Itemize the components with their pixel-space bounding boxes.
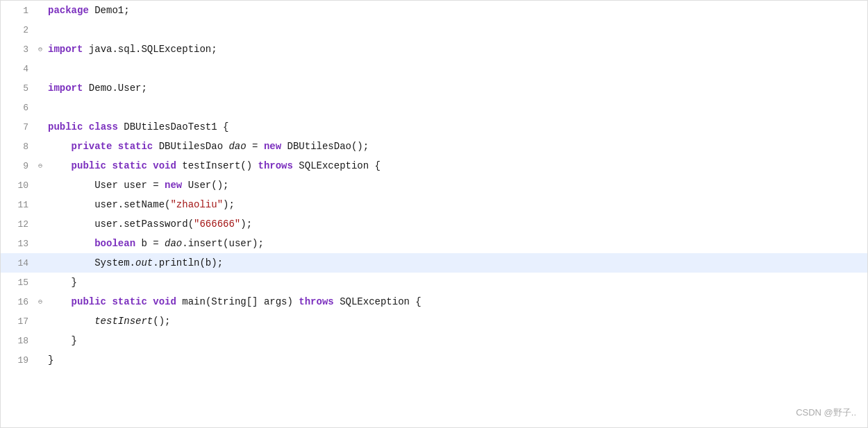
fold-icon[interactable]: ⊖ xyxy=(35,45,45,53)
code-line: 16⊖ public static void main(String[] arg… xyxy=(1,292,867,311)
line-content: } xyxy=(45,350,53,370)
watermark: CSDN @野子.. xyxy=(796,406,856,419)
line-number: 3 xyxy=(4,44,35,55)
token-normal: ); xyxy=(223,199,235,210)
token-normal xyxy=(147,296,153,307)
line-content: public static void main(String[] args) t… xyxy=(45,292,422,311)
token-normal: .println(b); xyxy=(153,257,223,268)
token-normal: = xyxy=(247,141,264,152)
token-kw-purple: new xyxy=(165,180,182,191)
token-normal: Demo.User; xyxy=(83,83,147,94)
code-editor: 1 package Demo1;2 3⊖import java.sql.SQLE… xyxy=(0,0,868,428)
token-normal: user.setPassword( xyxy=(48,219,194,230)
token-normal: DBUtilesDaoTest1 { xyxy=(118,121,229,132)
token-normal: User user = xyxy=(48,180,165,191)
line-number-wrap: 4 xyxy=(1,64,45,74)
token-kw-purple: new xyxy=(264,141,281,152)
line-number-wrap: 10 xyxy=(1,180,45,191)
code-line: 4 xyxy=(1,59,867,78)
token-normal: .insert(user); xyxy=(182,238,264,249)
token-normal: b = xyxy=(135,238,165,249)
line-number-wrap: 17 xyxy=(1,316,45,327)
token-normal xyxy=(48,316,94,327)
token-normal: } xyxy=(48,354,53,366)
line-number-wrap: 12 xyxy=(1,219,45,230)
line-number-wrap: 6 xyxy=(1,103,45,113)
token-normal: ); xyxy=(240,219,252,230)
token-normal xyxy=(48,141,72,152)
line-number-wrap: 18 xyxy=(1,336,45,346)
line-number: 13 xyxy=(4,239,35,249)
line-number: 15 xyxy=(4,277,35,288)
line-number: 10 xyxy=(4,180,35,191)
line-content: import Demo.User; xyxy=(45,78,147,98)
token-kw-purple: public xyxy=(48,121,83,132)
token-normal xyxy=(147,160,153,171)
token-normal: } xyxy=(48,335,77,346)
token-normal: SQLException { xyxy=(334,296,422,307)
token-string-val: "zhaoliu" xyxy=(170,199,223,210)
token-italic-var: testInsert xyxy=(94,316,153,327)
token-normal xyxy=(48,238,94,249)
token-normal: testInsert() xyxy=(176,160,258,171)
line-number-wrap: 7 xyxy=(1,122,45,132)
token-kw-purple: package xyxy=(48,5,89,16)
token-normal: DBUtilesDao xyxy=(153,141,228,152)
line-content: boolean b = dao.insert(user); xyxy=(45,234,264,253)
line-number-wrap: 14 xyxy=(1,258,45,268)
line-number: 19 xyxy=(4,355,35,366)
token-kw-purple: public xyxy=(72,160,106,171)
line-content: package Demo1; xyxy=(45,1,130,20)
code-line: 14 System.out.println(b); xyxy=(1,253,867,273)
line-content: System.out.println(b); xyxy=(45,253,223,273)
code-line: 11 user.setName("zhaoliu"); xyxy=(1,195,867,214)
token-normal: User(); xyxy=(182,180,228,191)
token-normal: user.setName( xyxy=(48,199,170,210)
line-number: 18 xyxy=(4,336,35,346)
code-line: 2 xyxy=(1,20,867,40)
token-kw-purple: import xyxy=(48,83,83,94)
code-line: 12 user.setPassword("666666"); xyxy=(1,214,867,234)
line-content: import java.sql.SQLException; xyxy=(45,40,217,59)
token-kw-purple: static xyxy=(112,160,147,171)
token-normal: java.sql.SQLException; xyxy=(83,44,217,55)
line-number: 5 xyxy=(4,83,35,94)
line-number: 1 xyxy=(4,6,35,16)
code-line: 18 } xyxy=(1,331,867,350)
line-number-wrap: 8 xyxy=(1,142,45,152)
token-kw-purple: private xyxy=(72,141,112,152)
line-content: User user = new User(); xyxy=(45,176,228,195)
line-number-wrap: 19 xyxy=(1,355,45,366)
fold-icon[interactable]: ⊖ xyxy=(35,162,45,170)
token-kw-purple: public xyxy=(72,296,106,307)
token-kw-purple: static xyxy=(118,141,153,152)
token-string-val: "666666" xyxy=(194,219,240,230)
line-number-wrap: 2 xyxy=(1,25,45,35)
line-content: } xyxy=(45,273,77,292)
code-line: 9⊖ public static void testInsert() throw… xyxy=(1,156,867,176)
line-number: 4 xyxy=(4,64,35,74)
line-content: private static DBUtilesDao dao = new DBU… xyxy=(45,137,369,156)
line-content: user.setPassword("666666"); xyxy=(45,214,252,234)
token-normal xyxy=(48,160,72,171)
line-number: 9 xyxy=(4,161,35,171)
line-number: 8 xyxy=(4,142,35,152)
fold-icon[interactable]: ⊖ xyxy=(35,298,45,306)
line-content: public class DBUtilesDaoTest1 { xyxy=(45,117,228,137)
line-number-wrap: 5 xyxy=(1,83,45,94)
line-content: } xyxy=(45,331,77,350)
token-italic-var: dao xyxy=(228,141,246,152)
token-normal: } xyxy=(48,277,77,288)
code-line: 13 boolean b = dao.insert(user); xyxy=(1,234,867,253)
token-normal: DBUtilesDao(); xyxy=(281,141,369,152)
token-kw-purple: void xyxy=(153,296,176,307)
code-line: 5 import Demo.User; xyxy=(1,78,867,98)
line-number-wrap: 13 xyxy=(1,239,45,249)
line-number: 2 xyxy=(4,25,35,35)
line-number: 6 xyxy=(4,103,35,113)
line-number-wrap: 16⊖ xyxy=(1,297,45,307)
token-kw-purple: class xyxy=(89,121,118,132)
token-normal: Demo1; xyxy=(89,5,130,16)
line-number: 16 xyxy=(4,297,35,307)
line-number-wrap: 9⊖ xyxy=(1,161,45,171)
